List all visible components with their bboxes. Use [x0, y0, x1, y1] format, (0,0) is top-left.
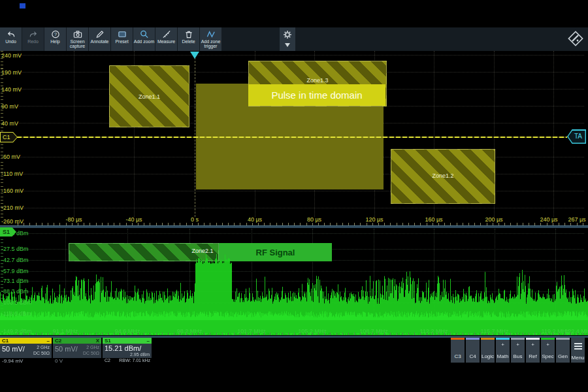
c2-badge-header[interactable]: C2 X	[53, 338, 101, 344]
c1-offset: -9.94 mV	[2, 358, 23, 364]
y-axis-label: -160 mV	[1, 188, 47, 194]
pulse-annotation[interactable]: Pulse in time domain	[248, 84, 385, 106]
trigger-ta-marker[interactable]: TA	[567, 129, 586, 144]
y-axis-label: 90 mV	[1, 103, 47, 110]
toolbar-label: Delete	[182, 39, 195, 44]
oscilloscope-screen: Undo Redo ? Help Screen capture Annotate…	[0, 0, 588, 392]
c3-button[interactable]: C3	[451, 338, 465, 363]
gridline-v	[553, 51, 554, 217]
x-axis-label: 160 µs	[414, 216, 453, 223]
toolbar: Undo Redo ? Help Screen capture Annotate…	[0, 27, 588, 51]
led-indicator	[20, 3, 25, 8]
c1-scale: 50 mV/	[2, 345, 25, 353]
help-button[interactable]: ? Help	[44, 27, 66, 51]
s1-badge-name: S1	[105, 338, 111, 344]
ref-button[interactable]: + Ref	[526, 338, 540, 363]
chevron-down-icon[interactable]	[285, 43, 290, 47]
y-axis-label: -27.5 dBm	[1, 246, 54, 252]
s1-scale: 15.21 dBm/	[105, 344, 141, 352]
pulse-annotation-text: Pulse in time domain	[271, 90, 362, 101]
gridline-h	[17, 208, 584, 208]
add-zone-trigger-button[interactable]: Add zone trigger	[200, 27, 221, 51]
c1-coupling: DC 50Ω	[33, 351, 50, 355]
toolbar-label: Screen capture	[67, 39, 88, 48]
button-label: Gen	[556, 353, 570, 359]
trigger-marker-icon[interactable]	[190, 52, 199, 59]
gear-icon[interactable]	[282, 29, 293, 40]
spec-color-stripe	[541, 338, 555, 340]
delete-button[interactable]: Delete	[178, 27, 199, 51]
toolbar-label: Add zoom	[134, 39, 155, 44]
hamburger-menu-icon	[574, 343, 582, 344]
spec-button[interactable]: + Spec	[541, 338, 555, 363]
s1-badge-header[interactable]: S1 –	[103, 338, 152, 344]
button-label: Menu	[571, 355, 585, 361]
menu-button[interactable]: Menu	[571, 338, 585, 363]
x-axis-label: 80 µs	[295, 216, 334, 223]
preset-button[interactable]: Preset	[111, 27, 133, 51]
redo-icon	[28, 29, 39, 39]
s1-signal-badge[interactable]: S1 – 15.21 dBm/ 2.95 dBm C2 RBW: 7.01 kH…	[103, 338, 152, 364]
add-zoom-button[interactable]: Add zoom	[133, 27, 155, 51]
c2-signal-badge[interactable]: C2 X 50 mV/ 2 GHz DC 50Ω 0 V	[53, 338, 101, 364]
c1-badge-header[interactable]: C1 –	[0, 338, 52, 344]
c1-channel-marker[interactable]: C1	[0, 132, 18, 142]
y-axis-label: 40 mV	[1, 120, 47, 127]
c4-color-stripe	[466, 338, 480, 340]
logic-button[interactable]: Logic	[481, 338, 495, 363]
s1-source: C2	[105, 358, 110, 363]
y-axis-label: -110 mV	[1, 171, 47, 177]
measure-button[interactable]: Measure	[155, 27, 177, 51]
trash-icon	[184, 29, 194, 39]
brand-logo	[566, 29, 585, 48]
undo-button[interactable]: Undo	[0, 27, 22, 51]
y-axis-label: 240 mV	[1, 52, 47, 59]
zone1-1-label: Zone1.1	[109, 93, 189, 100]
bus-color-stripe	[511, 338, 525, 340]
y-axis-label: -103.5 dBm	[1, 299, 54, 306]
y-axis-label: 190 mV	[1, 69, 47, 76]
c2-scale: 50 mV/	[55, 345, 78, 353]
zone-waveform-icon	[206, 29, 216, 39]
c1-waveform-trace[interactable]	[17, 137, 567, 138]
ta-marker-label: TA	[574, 133, 582, 140]
x-axis-label: 120 µs	[355, 216, 394, 223]
close-icon[interactable]: X	[96, 338, 99, 344]
s1-marker-label: S1	[3, 229, 10, 235]
graph-divider[interactable]	[0, 225, 588, 228]
button-label: Ref	[526, 353, 540, 359]
math-color-stripe	[496, 338, 510, 340]
minimize-icon[interactable]: –	[147, 338, 150, 344]
toolbar-label: Preset	[115, 39, 128, 44]
s1-rbw: RBW: 7.01 kHz	[119, 358, 150, 363]
toolbar-label: Help	[50, 39, 59, 44]
minimize-icon[interactable]: –	[47, 338, 50, 344]
ruler-icon	[161, 29, 172, 39]
button-label: Math	[496, 353, 510, 359]
gen-button[interactable]: Gen	[556, 338, 570, 363]
s1-offset: 2.95 dBm	[130, 352, 150, 357]
screen-capture-button[interactable]: Screen capture	[67, 27, 88, 51]
plus-icon: +	[541, 342, 555, 348]
settings-tile[interactable]	[280, 27, 295, 51]
help-icon: ?	[50, 29, 61, 39]
math-button[interactable]: + Math	[496, 338, 510, 363]
toolbar-label: Undo	[5, 39, 16, 44]
bus-button[interactable]: + Bus	[511, 338, 525, 363]
time-domain-graph[interactable]: Zone1.3 Pulse in time domain Zone1.1 Zon…	[0, 51, 588, 226]
toolbar-buttons: Undo Redo ? Help Screen capture Annotate…	[0, 27, 221, 51]
plus-icon: +	[511, 342, 525, 348]
button-label: Bus	[511, 353, 525, 359]
spectrum-trace-canvas	[0, 229, 588, 336]
redo-button[interactable]: Redo	[22, 27, 44, 51]
annotate-button[interactable]: Annotate	[89, 27, 110, 51]
display-icon	[117, 29, 127, 39]
c4-button[interactable]: C4	[466, 338, 480, 363]
camera-icon	[73, 29, 83, 39]
x-axis-label: 267 µs	[557, 216, 588, 223]
spectrum-graph[interactable]: Zone2.1 RF Signal -12.4 dBm -27.5 dBm -4…	[0, 229, 588, 336]
c2-offset: 0 V	[55, 358, 63, 364]
pencil-icon	[95, 29, 105, 39]
x-axis-label: -80 µs	[54, 216, 93, 223]
c1-signal-badge[interactable]: C1 – 50 mV/ 2 GHz DC 50Ω -9.94 mV	[0, 338, 52, 364]
